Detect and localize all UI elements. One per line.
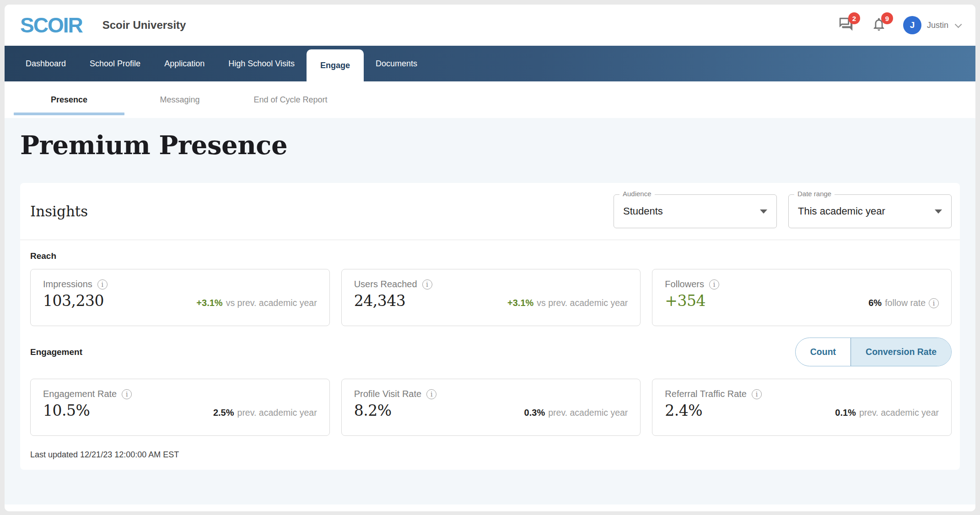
referral-traffic-rate-label-row: Referral Traffic Rate i (665, 389, 939, 399)
avatar: J (903, 16, 921, 34)
referral-traffic-rate-label: Referral Traffic Rate (665, 389, 747, 399)
active-tab-underline (14, 113, 124, 115)
caret-down-icon (935, 209, 942, 214)
tab-messaging[interactable]: Messaging (124, 81, 235, 118)
users-reached-label-row: Users Reached i (354, 279, 628, 290)
impressions-delta: +3.1% (196, 298, 222, 308)
engagement-rate-card: Engagement Rate i 10.5% 2.5% prev. acade… (30, 379, 330, 436)
profile-visit-rate-label-row: Profile Visit Rate i (354, 389, 628, 399)
audience-select-value: Students (623, 205, 663, 217)
caret-down-icon (760, 209, 767, 214)
profile-visit-rate-value: 8.2% (354, 402, 392, 419)
app-window: SCOIR Scoir University 2 9 J Justin (5, 5, 975, 511)
engagement-section-label: Engagement (30, 347, 82, 357)
engagement-rate-label-row: Engagement Rate i (43, 389, 317, 399)
tab-end-of-cycle-report[interactable]: End of Cycle Report (235, 81, 346, 118)
info-icon[interactable]: i (426, 389, 436, 399)
engagement-metric-row: Engagement Rate i 10.5% 2.5% prev. acade… (30, 379, 952, 436)
info-icon[interactable]: i (752, 389, 762, 399)
nav-item-dashboard[interactable]: Dashboard (14, 46, 78, 81)
user-menu[interactable]: J Justin (903, 16, 960, 34)
referral-traffic-rate-value: 2.4% (665, 402, 702, 419)
messages-badge: 2 (848, 12, 860, 24)
impressions-delta-text: vs prev. academic year (226, 298, 317, 308)
nav-item-application[interactable]: Application (152, 46, 216, 81)
follow-rate-bold: 6% (868, 298, 882, 308)
impressions-comparison: +3.1% vs prev. academic year (196, 298, 317, 308)
engagement-rate-prev-text: prev. academic year (237, 408, 317, 418)
followers-label-row: Followers i (665, 279, 939, 290)
referral-traffic-rate-value-row: 2.4% 0.1% prev. academic year (665, 402, 939, 419)
users-reached-label: Users Reached (354, 279, 417, 290)
engagement-rate-value-row: 10.5% 2.5% prev. academic year (43, 402, 317, 419)
toggle-conversion-rate-button[interactable]: Conversion Rate (851, 338, 951, 366)
referral-traffic-rate-prev-text: prev. academic year (859, 408, 939, 418)
messages-button[interactable]: 2 (837, 16, 855, 34)
header-actions: 2 9 J Justin (837, 16, 960, 34)
engagement-rate-label: Engagement Rate (43, 389, 117, 399)
impressions-value: 103,230 (43, 292, 104, 310)
insights-filters: Audience Students Date range This academ… (614, 194, 952, 228)
impressions-value-row: 103,230 +3.1% vs prev. academic year (43, 292, 317, 310)
nav-item-documents[interactable]: Documents (364, 46, 429, 81)
top-header: SCOIR Scoir University 2 9 J Justin (5, 5, 975, 46)
engagement-rate-prev-bold: 2.5% (213, 408, 234, 418)
engage-subtabs: Presence Messaging End of Cycle Report (5, 81, 975, 118)
last-updated-text: Last updated 12/21/23 12:00:00 AM EST (30, 450, 952, 461)
notifications-button[interactable]: 9 (870, 16, 888, 34)
insights-card: Insights Audience Students Date range Th… (20, 183, 960, 470)
engagement-rate-value: 10.5% (43, 402, 90, 419)
date-range-select-value: This academic year (798, 205, 885, 217)
page-title: Premium Presence (20, 130, 960, 160)
user-name: Justin (927, 21, 948, 30)
tab-presence[interactable]: Presence (14, 81, 124, 118)
notifications-badge: 9 (881, 12, 893, 24)
info-icon[interactable]: i (929, 298, 939, 308)
users-reached-delta: +3.1% (507, 298, 533, 308)
profile-visit-rate-prev: 0.3% prev. academic year (524, 408, 628, 418)
followers-value-row: +354 6% follow rate i (665, 292, 939, 310)
profile-visit-rate-prev-bold: 0.3% (524, 408, 545, 418)
page-content: Premium Presence Insights Audience Stude… (5, 118, 975, 504)
engagement-rate-prev: 2.5% prev. academic year (213, 408, 317, 418)
nav-item-engage[interactable]: Engage (307, 49, 364, 81)
nav-item-high-school-visits[interactable]: High School Visits (216, 46, 307, 81)
profile-visit-rate-card: Profile Visit Rate i 8.2% 0.3% prev. aca… (341, 379, 641, 436)
count-conversion-toggle: Count Conversion Rate (795, 338, 952, 366)
toggle-count-button[interactable]: Count (796, 338, 851, 366)
reach-metric-row: Impressions i 103,230 +3.1% vs prev. aca… (30, 269, 952, 326)
followers-value: +354 (665, 292, 705, 310)
tab-presence-label: Presence (51, 95, 87, 105)
followers-label: Followers (665, 279, 704, 290)
nav-item-school-profile[interactable]: School Profile (78, 46, 152, 81)
profile-visit-rate-prev-text: prev. academic year (548, 408, 628, 418)
insights-heading: Insights (30, 203, 88, 220)
date-range-select-label: Date range (794, 190, 835, 198)
followers-card: Followers i +354 6% follow rate i (652, 269, 952, 326)
insights-body: Reach Impressions i 103,230 +3.1% vs pre… (20, 240, 960, 470)
info-icon[interactable]: i (122, 389, 132, 399)
referral-traffic-rate-prev: 0.1% prev. academic year (835, 408, 939, 418)
users-reached-value-row: 24,343 +3.1% vs prev. academic year (354, 292, 628, 310)
impressions-label: Impressions (43, 279, 92, 290)
followers-rate: 6% follow rate i (868, 298, 939, 308)
impressions-label-row: Impressions i (43, 279, 317, 290)
follow-rate-text: follow rate (885, 298, 926, 308)
insights-header: Insights Audience Students Date range Th… (20, 183, 960, 240)
referral-traffic-rate-card: Referral Traffic Rate i 2.4% 0.1% prev. … (652, 379, 952, 436)
info-icon[interactable]: i (422, 279, 432, 290)
scoir-logo[interactable]: SCOIR (20, 15, 82, 36)
users-reached-value: 24,343 (354, 292, 405, 310)
users-reached-card: Users Reached i 24,343 +3.1% vs prev. ac… (341, 269, 641, 326)
info-icon[interactable]: i (709, 279, 719, 290)
main-nav: Dashboard School Profile Application Hig… (5, 46, 975, 81)
users-reached-comparison: +3.1% vs prev. academic year (507, 298, 628, 308)
school-name-title: Scoir University (102, 19, 186, 32)
engagement-header-row: Engagement Count Conversion Rate (30, 338, 952, 366)
info-icon[interactable]: i (97, 279, 108, 290)
profile-visit-rate-label: Profile Visit Rate (354, 389, 421, 399)
impressions-card: Impressions i 103,230 +3.1% vs prev. aca… (30, 269, 330, 326)
date-range-select[interactable]: Date range This academic year (788, 194, 952, 228)
chevron-down-icon (955, 21, 962, 28)
audience-select[interactable]: Audience Students (614, 194, 777, 228)
